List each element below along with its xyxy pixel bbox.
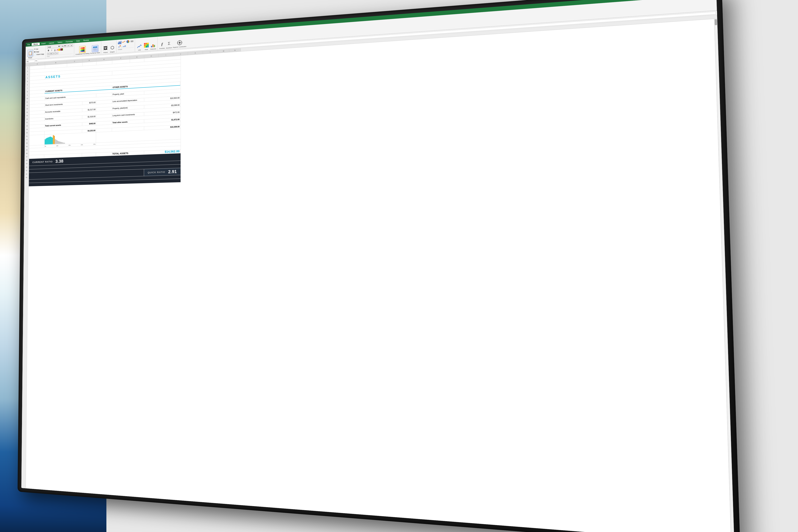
row-num-28: 28: [24, 158, 29, 162]
italic-button[interactable]: I: [50, 49, 53, 52]
insert-group: 🖼 Picture ⬡ Shapes: [101, 40, 117, 54]
svg-point-3: [121, 46, 121, 48]
heat-label: Heat: [145, 49, 148, 50]
row-num-21: 21: [25, 134, 29, 138]
scatter-chart-button[interactable]: [118, 44, 122, 48]
align-center-button[interactable]: ☰: [50, 52, 53, 55]
row-num-13: 13: [25, 107, 29, 111]
current-ratio-label: CURRENT RATIO: [33, 160, 53, 164]
shapes-label: Shapes: [110, 51, 115, 53]
line-label: Line: [138, 49, 141, 51]
row-num-27: 27: [25, 155, 29, 159]
row-num-16: 16: [25, 117, 29, 121]
row-num-26: 26: [25, 152, 29, 155]
sparklines-group: Line Heat: [135, 37, 157, 52]
row-num-29: 29: [24, 162, 29, 166]
scroll-thumb[interactable]: [715, 19, 717, 25]
tab-layout[interactable]: Layout: [47, 41, 56, 44]
tab-tables[interactable]: Tables: [56, 41, 64, 44]
spreadsheet-grid: 1 2 3 4 5 6 7 8 9 10 11 12 13 14 15 16 1: [21, 15, 734, 532]
tab-formulas[interactable]: Formulas: [64, 40, 75, 43]
row-num-17: 17: [25, 121, 29, 124]
current-ratio-value: 3.38: [55, 159, 63, 164]
autosum-button[interactable]: Σ: [166, 40, 172, 48]
align-left-button[interactable]: ≡: [47, 53, 50, 55]
bold-button[interactable]: B: [47, 49, 50, 52]
row-num-31: 31: [24, 169, 29, 172]
paste-button[interactable]: 📋: [27, 49, 33, 57]
bar-chart-button[interactable]: [118, 40, 121, 44]
pie-chart-button[interactable]: [126, 40, 130, 44]
svg-point-8: [179, 42, 180, 44]
quick-ratio-label: QUICK RATIO: [148, 171, 165, 174]
function-label: Function: [159, 48, 165, 49]
outcome-label: Outcome: [150, 48, 156, 50]
row-num-10: 10: [25, 97, 30, 100]
expand-label: Expend / contraction: [173, 46, 186, 49]
tab-data[interactable]: Data: [75, 39, 81, 42]
line-sparkline-button[interactable]: [136, 42, 143, 49]
row-num-4: 4: [25, 76, 30, 80]
row-num-30: 30: [24, 166, 29, 169]
align-right-button[interactable]: ≡: [53, 52, 55, 55]
row-num-2: 2: [25, 70, 30, 73]
font-group: Arial 11 A a B I U A ≡: [46, 43, 74, 58]
assets-title: ASSETS: [45, 75, 61, 79]
svg-point-1: [118, 46, 119, 48]
svg-rect-5: [152, 44, 154, 47]
row-num-11: 11: [25, 100, 30, 104]
font-color-icon[interactable]: A: [57, 49, 58, 51]
increase-font-button[interactable]: A: [67, 44, 70, 47]
row-num-19: 19: [25, 128, 29, 131]
row-num-32: 32: [24, 172, 29, 176]
area-chart-button[interactable]: [122, 44, 126, 48]
row-num-12: 12: [25, 104, 29, 108]
svg-line-11: [177, 43, 178, 43]
outcome-button[interactable]: [150, 41, 156, 49]
cell-reference-input[interactable]: [26, 60, 35, 63]
more-charts-button[interactable]: [130, 39, 134, 43]
text-fill-icon[interactable]: [60, 49, 63, 51]
conditional-formatting-label: Conditional Formatting: [76, 53, 89, 55]
expand-button[interactable]: [176, 39, 183, 46]
quick-ratio-value: 2.91: [168, 169, 177, 174]
vertical-scrollbar[interactable]: [714, 19, 734, 532]
formulas-group: ƒ Function Σ AutoSum: [158, 35, 188, 50]
function-button[interactable]: ƒ: [159, 40, 165, 48]
conditional-formatting-button[interactable]: ▼: [79, 46, 86, 53]
chart-axis-20k: 20k: [81, 144, 83, 146]
form-copy-button[interactable]: 📄Form Copy: [34, 53, 44, 56]
picture-label: Picture: [103, 52, 108, 53]
row-num-20: 20: [25, 131, 29, 135]
svg-rect-6: [154, 45, 155, 47]
decrease-font-button[interactable]: a: [70, 44, 73, 47]
highlight-color-icon[interactable]: [58, 49, 60, 51]
underline-button[interactable]: U: [53, 49, 56, 52]
heat-map-button[interactable]: [143, 41, 150, 49]
row-num-25: 25: [25, 148, 29, 152]
styles-group: ▼ Conditional Formatting: [75, 41, 101, 56]
font-size-select[interactable]: 11: [61, 44, 66, 48]
svg-rect-4: [151, 46, 152, 47]
tab-insert[interactable]: Insert: [40, 42, 48, 45]
row-num-22: 22: [25, 138, 29, 141]
tab-home[interactable]: Home: [32, 42, 40, 46]
tab-file[interactable]: File: [26, 43, 32, 46]
svg-line-12: [181, 42, 182, 43]
row-num-5: 5: [25, 80, 30, 83]
row-num-23: 23: [25, 141, 29, 145]
row-num-14: 14: [25, 111, 29, 114]
indent-button[interactable]: ⇒: [56, 52, 58, 55]
chart-axis-15k: 15k: [68, 145, 71, 146]
shapes-button[interactable]: ⬡: [109, 44, 115, 52]
row-num-1: 1: [25, 66, 30, 70]
format-as-table-button[interactable]: [92, 45, 98, 52]
tab-review[interactable]: Review: [81, 39, 91, 42]
row-num-6: 6: [25, 83, 30, 87]
chart-axis-5k: 5k: [45, 146, 46, 147]
row-num-15: 15: [25, 114, 29, 118]
row-num-8: 8: [25, 90, 30, 94]
picture-button[interactable]: 🖼: [103, 44, 109, 52]
paste-label: Paste: [28, 57, 32, 59]
line-chart-small-button[interactable]: [122, 40, 126, 44]
